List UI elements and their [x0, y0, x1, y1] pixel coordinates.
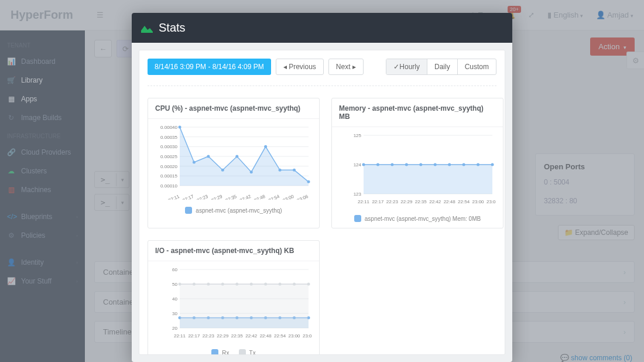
svg-text:22:42: 22:42 — [429, 199, 441, 204]
svg-text:124: 124 — [354, 162, 362, 168]
svg-text:22:54: 22:54 — [268, 193, 280, 200]
svg-text:22:17: 22:17 — [188, 333, 200, 339]
svg-text:22:54: 22:54 — [458, 199, 470, 204]
svg-point-30 — [250, 170, 253, 173]
svg-text:22:35: 22:35 — [231, 333, 244, 339]
svg-text:22:23: 22:23 — [203, 333, 215, 339]
svg-text:30: 30 — [172, 311, 177, 316]
svg-marker-93 — [180, 284, 309, 328]
area-chart-icon — [141, 23, 153, 33]
svg-text:22:35: 22:35 — [415, 199, 427, 204]
svg-text:0.00030: 0.00030 — [160, 144, 177, 149]
svg-point-97 — [221, 283, 224, 286]
svg-text:22:35: 22:35 — [225, 193, 238, 200]
stats-modal: Stats 8/14/16 3:09 PM - 8/14/16 4:09 PM … — [132, 13, 512, 362]
svg-text:22:17: 22:17 — [181, 193, 194, 200]
svg-point-31 — [264, 145, 267, 148]
svg-point-99 — [250, 283, 253, 286]
svg-text:22:48: 22:48 — [254, 193, 266, 200]
svg-point-59 — [463, 163, 465, 166]
previous-button[interactable]: ◂ Previous — [276, 59, 324, 75]
svg-point-25 — [179, 126, 181, 129]
svg-point-52 — [362, 163, 365, 166]
seg-custom[interactable]: Custom — [458, 59, 496, 74]
svg-text:22:48: 22:48 — [444, 199, 456, 204]
svg-text:0.00035: 0.00035 — [160, 135, 177, 140]
svg-text:50: 50 — [172, 282, 177, 287]
legend-swatch — [185, 207, 192, 214]
svg-text:60: 60 — [172, 267, 177, 272]
svg-point-96 — [207, 283, 210, 286]
legend-swatch — [354, 215, 361, 222]
svg-point-57 — [434, 163, 437, 166]
date-range[interactable]: 8/14/16 3:09 PM - 8/14/16 4:09 PM — [148, 59, 271, 75]
svg-point-61 — [491, 163, 494, 166]
svg-text:20: 20 — [172, 326, 177, 331]
chart-title: I/O - aspnet-mvc (aspnet-mvc_syythq) KB — [148, 241, 319, 261]
modal-header: Stats — [132, 13, 512, 43]
svg-text:23:06: 23:06 — [296, 193, 309, 200]
io-chart: I/O - aspnet-mvc (aspnet-mvc_syythq) KB … — [148, 240, 320, 355]
svg-point-26 — [193, 161, 196, 164]
svg-text:22:11: 22:11 — [358, 199, 370, 204]
next-button[interactable]: Next ▸ — [328, 59, 364, 75]
legend-swatch — [239, 349, 246, 355]
chart-title: Memory - aspnet-mvc (aspnet-mvc_syythq) … — [332, 98, 503, 127]
svg-point-60 — [477, 163, 479, 166]
svg-text:22:42: 22:42 — [245, 333, 258, 339]
svg-text:123: 123 — [354, 192, 362, 197]
svg-text:22:42: 22:42 — [239, 193, 252, 200]
svg-text:22:29: 22:29 — [210, 193, 223, 200]
svg-text:23:06: 23:06 — [303, 333, 312, 339]
svg-point-102 — [293, 283, 296, 286]
svg-point-55 — [405, 163, 408, 166]
svg-text:22:11: 22:11 — [167, 193, 180, 200]
svg-text:22:11: 22:11 — [174, 333, 186, 339]
svg-text:22:29: 22:29 — [217, 333, 229, 339]
svg-text:23:00: 23:00 — [282, 193, 294, 200]
svg-point-94 — [179, 283, 181, 286]
chart-title: CPU (%) - aspnet-mvc (aspnet-mvc_syythq) — [148, 98, 319, 119]
caret-left-icon: ◂ — [283, 63, 287, 71]
seg-hourly[interactable]: ✓Hourly — [386, 59, 427, 74]
svg-point-53 — [376, 163, 379, 166]
modal-title: Stats — [159, 21, 186, 35]
svg-text:22:23: 22:23 — [386, 199, 399, 204]
svg-point-54 — [390, 163, 393, 166]
check-icon: ✓ — [393, 63, 399, 71]
svg-text:0.00010: 0.00010 — [160, 183, 177, 189]
legend-swatch — [211, 349, 218, 355]
svg-point-95 — [193, 283, 196, 286]
svg-point-33 — [293, 169, 296, 172]
svg-point-28 — [221, 169, 224, 172]
svg-text:22:54: 22:54 — [274, 333, 286, 339]
svg-text:125: 125 — [354, 133, 362, 138]
svg-point-103 — [307, 283, 310, 286]
svg-text:23:00: 23:00 — [289, 333, 301, 339]
svg-text:22:48: 22:48 — [260, 333, 272, 339]
svg-point-34 — [307, 180, 310, 183]
svg-text:23:00: 23:00 — [472, 199, 485, 204]
svg-point-98 — [235, 283, 238, 286]
svg-text:0.00020: 0.00020 — [160, 164, 177, 169]
svg-text:22:29: 22:29 — [400, 199, 413, 204]
seg-daily[interactable]: Daily — [427, 59, 458, 74]
memory-chart: Memory - aspnet-mvc (aspnet-mvc_syythq) … — [331, 98, 503, 228]
svg-text:0.00025: 0.00025 — [160, 154, 177, 159]
svg-marker-51 — [364, 165, 492, 194]
svg-point-29 — [235, 155, 238, 158]
svg-text:22:23: 22:23 — [196, 193, 209, 200]
svg-point-101 — [279, 283, 282, 286]
svg-text:0.00040: 0.00040 — [160, 125, 177, 130]
caret-right-icon: ▸ — [352, 63, 356, 71]
svg-text:40: 40 — [172, 296, 177, 302]
svg-point-32 — [279, 169, 282, 172]
svg-point-27 — [207, 155, 210, 158]
svg-text:23:06: 23:06 — [487, 199, 496, 204]
svg-point-100 — [264, 283, 267, 286]
svg-text:22:17: 22:17 — [372, 199, 384, 204]
granularity-segment: ✓Hourly Daily Custom — [386, 59, 496, 75]
range-toolbar: 8/14/16 3:09 PM - 8/14/16 4:09 PM ◂ Prev… — [148, 59, 496, 86]
svg-point-56 — [419, 163, 422, 166]
cpu-chart: CPU (%) - aspnet-mvc (aspnet-mvc_syythq)… — [148, 98, 320, 228]
